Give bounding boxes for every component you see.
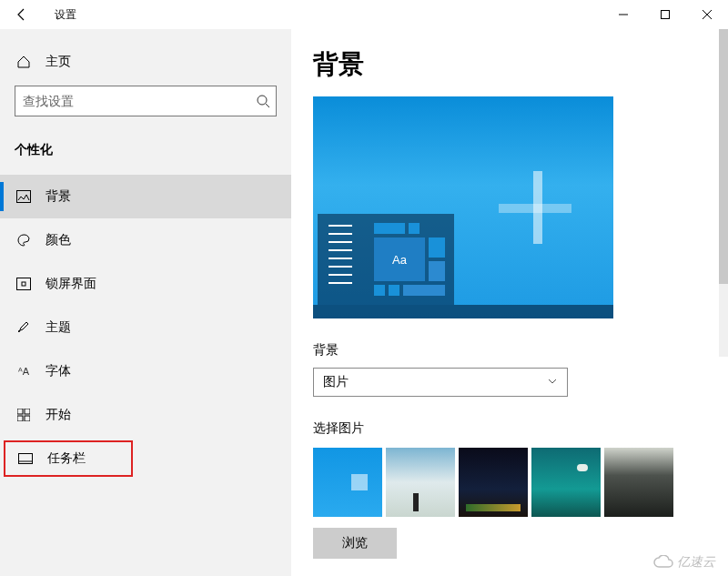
sidebar-item-label: 颜色 xyxy=(46,232,71,248)
lockscreen-icon xyxy=(15,278,33,290)
dropdown-value: 图片 xyxy=(323,374,349,390)
sidebar-item-colors[interactable]: 颜色 xyxy=(0,218,291,262)
background-type-dropdown[interactable]: 图片 xyxy=(313,368,568,397)
sidebar-item-label: 背景 xyxy=(46,188,71,205)
browse-button-label: 浏览 xyxy=(342,535,368,551)
picture-thumbnails xyxy=(313,448,728,517)
svg-line-5 xyxy=(266,104,269,107)
svg-rect-10 xyxy=(25,409,30,414)
preview-sample-text: Aa xyxy=(374,237,425,281)
maximize-icon xyxy=(661,10,670,19)
sidebar-item-label: 开始 xyxy=(46,407,71,423)
sidebar-item-taskbar[interactable]: 任务栏 xyxy=(4,440,133,477)
preview-windows-logo xyxy=(499,171,571,244)
svg-rect-1 xyxy=(662,11,670,19)
wallpaper-thumb-4[interactable] xyxy=(531,448,601,517)
svg-rect-8 xyxy=(22,282,25,286)
wallpaper-thumb-1[interactable] xyxy=(313,448,382,517)
svg-rect-11 xyxy=(17,416,23,421)
scrollbar-thumb[interactable] xyxy=(719,29,728,284)
svg-rect-13 xyxy=(19,454,33,464)
preview-start-menu: Aa xyxy=(318,214,454,305)
sidebar-home[interactable]: 主页 xyxy=(0,40,291,84)
background-label: 背景 xyxy=(313,342,728,359)
choose-picture-label: 选择图片 xyxy=(313,420,728,437)
sidebar-item-label: 任务栏 xyxy=(47,450,86,467)
grid-icon xyxy=(15,409,33,421)
close-button[interactable] xyxy=(686,0,728,29)
wallpaper-thumb-2[interactable] xyxy=(386,448,455,517)
nav-list: 背景 颜色 锁屏界面 主题 ᴬA 字体 开始 任务栏 xyxy=(0,175,291,477)
sidebar: 主页 个性化 背景 颜色 锁屏界面 主题 ᴬA 字体 xyxy=(0,29,291,576)
wallpaper-thumb-3[interactable] xyxy=(459,448,528,517)
sidebar-item-start[interactable]: 开始 xyxy=(0,393,291,437)
svg-rect-9 xyxy=(17,409,23,414)
sidebar-item-label: 主题 xyxy=(46,319,71,336)
search-input[interactable] xyxy=(15,86,245,116)
cloud-icon xyxy=(653,555,673,570)
sidebar-item-lockscreen[interactable]: 锁屏界面 xyxy=(0,262,291,306)
page-title: 背景 xyxy=(313,47,728,82)
search-icon xyxy=(256,94,270,111)
brush-icon xyxy=(15,320,33,335)
svg-point-4 xyxy=(258,96,267,105)
window-controls xyxy=(602,0,728,29)
svg-rect-7 xyxy=(17,278,31,290)
minimize-icon xyxy=(619,10,628,19)
svg-rect-6 xyxy=(17,191,31,203)
main-content: 背景 Aa 背景 图片 选择图片 浏览 xyxy=(291,29,728,576)
sidebar-item-themes[interactable]: 主题 xyxy=(0,306,291,349)
sidebar-item-label: 锁屏界面 xyxy=(46,276,96,292)
search-wrap xyxy=(0,86,291,116)
back-button[interactable] xyxy=(0,0,44,29)
window-title: 设置 xyxy=(55,7,76,23)
home-icon xyxy=(15,55,33,69)
titlebar: 设置 xyxy=(0,0,728,29)
chevron-down-icon xyxy=(547,375,558,389)
close-icon xyxy=(703,10,712,19)
sidebar-item-fonts[interactable]: ᴬA 字体 xyxy=(0,349,291,393)
watermark-text: 亿速云 xyxy=(677,554,715,571)
sidebar-home-label: 主页 xyxy=(46,54,71,70)
sidebar-item-background[interactable]: 背景 xyxy=(0,175,291,218)
sidebar-item-label: 字体 xyxy=(46,363,71,379)
font-icon: ᴬA xyxy=(15,366,33,378)
desktop-preview: Aa xyxy=(313,96,613,318)
wallpaper-thumb-5[interactable] xyxy=(604,448,673,517)
maximize-button[interactable] xyxy=(644,0,686,29)
picture-icon xyxy=(15,190,33,203)
preview-taskbar xyxy=(313,305,613,318)
svg-rect-12 xyxy=(25,416,30,421)
minimize-button[interactable] xyxy=(602,0,644,29)
browse-button[interactable]: 浏览 xyxy=(313,528,397,559)
palette-icon xyxy=(15,233,33,248)
arrow-left-icon xyxy=(15,7,29,22)
section-title: 个性化 xyxy=(0,142,291,158)
search-box[interactable] xyxy=(15,86,277,116)
taskbar-icon xyxy=(16,453,35,464)
watermark: 亿速云 xyxy=(653,554,715,571)
